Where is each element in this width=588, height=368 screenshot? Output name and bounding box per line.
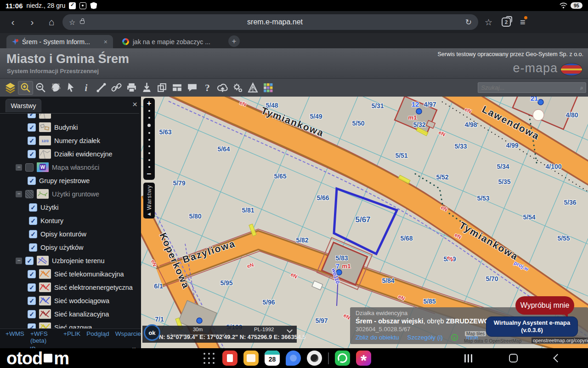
layer-label[interactable]: Opisy konturów [40,230,86,238]
layer-checkbox[interactable]: ✓ [28,283,36,292]
zoom-out-icon[interactable] [33,81,48,95]
zoom-level-dot[interactable] [147,124,151,127]
layer-checkbox[interactable]: ✓ [29,243,37,252]
cloud-upload-icon[interactable] [215,81,230,95]
zoom-in-button[interactable]: + [147,100,152,107]
layer-row-sieć-elektronenergetyczna[interactable]: ✓Sieć elektronenergetyczna [0,281,139,294]
layer-label[interactable]: Sieć wodociągowa [54,297,109,305]
tab-srem-sip[interactable]: Śrem - System Inform... × [6,35,113,48]
layer-checkbox[interactable]: ✓ [28,150,36,158]
footer-link-wsparcie[interactable]: Wsparcie [115,330,141,344]
layer-label[interactable]: Opisy użytków [40,244,83,251]
layer-row-kontury[interactable]: ✓Kontury [0,214,139,227]
apps-grid-app-icon[interactable] [201,351,216,366]
whatsapp-app-icon[interactable] [335,351,350,366]
legend-icon[interactable] [260,81,276,95]
layer-row-uzbrojenie-terenu[interactable]: −✓Uzbrojenie terenu [0,254,139,267]
layer-row-grupy-rejestrowe[interactable]: ✓Grupy rejestrowe [0,174,139,187]
windows-icon[interactable] [154,81,170,95]
layer-label[interactable]: Budynki [54,124,78,131]
gallery-app-icon[interactable] [356,351,371,366]
map-canvas[interactable]: 5/485/495/314/975/324/985/635/504/805/64… [141,97,588,348]
layer-row-sieć-telekomunikacyjna[interactable]: ✓Sieć telekomunikacyjna [0,267,139,281]
comment-icon[interactable] [185,81,200,95]
layer-row-opisy-konturów[interactable]: ✓Opisy konturów [0,227,139,241]
layer-checkbox[interactable]: ✓ [25,257,34,265]
expander-icon[interactable]: − [16,164,22,171]
help-icon[interactable]: ? [200,81,215,95]
settings-icon[interactable] [230,81,245,95]
home-nav-button[interactable] [509,354,518,362]
zoom-level-dot[interactable] [148,139,150,141]
layers-collapse-tab[interactable]: Warstwy ◀ [143,183,155,218]
layer-label[interactable]: Numery działek [54,137,100,144]
notes-app-icon[interactable] [222,351,237,366]
tab-switcher-button[interactable]: 2 [502,17,511,27]
expander-icon[interactable]: − [16,258,22,264]
ok-button[interactable]: ok [144,324,160,341]
layer-row-mapa-własności[interactable]: −WMapa własności [0,161,139,174]
layer-row-budynki[interactable]: ✓Budynki [0,121,139,134]
layer-row[interactable]: ✓ [0,113,139,121]
search-box[interactable]: ⌕ [478,82,586,93]
chevron-down-icon[interactable] [287,327,293,333]
layer-checkbox[interactable]: ✓ [28,113,36,118]
zoom-control[interactable]: + − [143,98,155,180]
zoom-level-dot[interactable] [148,166,150,168]
zoom-to-object-link[interactable]: Zbliż do obiektu [356,334,399,341]
layer-row-sieć-gazowa[interactable]: ✓Sieć gazowa [0,321,139,328]
layer-checkbox[interactable]: ✓ [29,217,37,225]
layer-checkbox[interactable]: ✓ [29,203,37,212]
layer-checkbox[interactable]: ✓ [28,310,36,318]
layer-checkbox[interactable]: ✓ [28,323,36,329]
bookmark-star-icon[interactable]: ☆ [69,18,75,27]
recents-button[interactable] [464,354,472,362]
pointer-icon[interactable] [63,81,79,95]
layer-label[interactable]: Uzbrojenie terenu [52,257,104,264]
zoom-level-dot[interactable] [148,117,150,119]
details-link[interactable]: Szczegóły (i) [407,334,443,341]
layer-checkbox[interactable]: ✓ [28,137,36,145]
expander-icon[interactable]: − [16,191,22,197]
url-text[interactable]: srem.e-mapa.net [85,18,465,26]
layer-label[interactable]: Sieć elektronenergetyczna [54,284,133,291]
files-app-icon[interactable] [243,351,259,366]
layer-label[interactable]: Mapa własności [52,164,99,171]
layer-checkbox[interactable]: ✓ [28,177,36,185]
tab-close-icon[interactable]: × [104,38,107,46]
footer-link-wms[interactable]: +WMS [6,330,24,344]
camera-app-icon[interactable] [307,351,322,366]
home-button[interactable]: ⌂ [43,17,60,28]
footer-link-plik[interactable]: +PLIK [63,330,80,344]
calendar-app-icon[interactable]: 28 [265,351,280,366]
browser-menu-button[interactable]: ≡ [520,17,526,28]
layer-row-numery-działek[interactable]: ✓12/3Numery działek [0,134,139,147]
assistant-cta-button[interactable]: Wypróbuj mnie [515,296,574,315]
layer-row-użytki-gruntowe[interactable]: −Użytki gruntowe [0,187,139,201]
search-input[interactable] [478,84,580,91]
layer-row-sieć-kanalizacyjna[interactable]: ✓Sieć kanalizacyjna [0,307,139,321]
zoom-level-dot[interactable] [148,110,150,112]
tab-google-search[interactable]: jak na e mapie zobaczyc ... [117,35,225,48]
layer-label[interactable]: Użytki [40,204,58,211]
layer-checkbox[interactable] [25,190,34,198]
footer-link-podgld[interactable]: Podgląd [86,330,109,344]
layer-label[interactable]: Grupy rejestrowe [39,177,90,184]
panels-icon[interactable] [170,81,185,95]
assistant-badge[interactable]: Wirtualny Asystent e-mapa (v.0.3.6) [486,316,578,337]
compare-icon[interactable] [245,81,260,95]
layer-checkbox[interactable]: ✓ [28,270,36,278]
layer-checkbox[interactable]: ✓ [28,123,36,132]
layers-panel-tab[interactable]: Warstwy [6,99,41,112]
layer-label[interactable]: Sieć gazowa [54,324,92,329]
panel-close-icon[interactable]: × [132,99,137,109]
zoom-out-button[interactable]: − [147,171,152,178]
zoom-level-dot[interactable] [148,132,150,134]
layer-row-użytki[interactable]: ✓Użytki [0,201,139,214]
back-button[interactable]: ‹ [5,17,21,28]
zoom-level-dot[interactable] [148,145,150,147]
layer-row-sieć-wodociągowa[interactable]: ✓Sieć wodociągowa [0,294,139,307]
select-area-icon[interactable] [48,81,63,95]
print-icon[interactable] [124,81,139,95]
zoom-level-dot[interactable] [148,159,150,161]
